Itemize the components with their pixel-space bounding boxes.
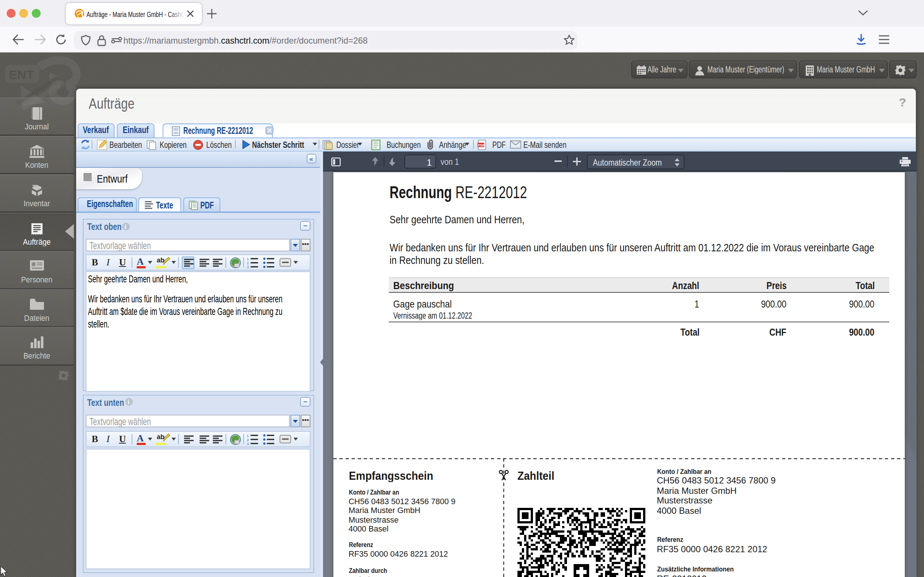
svg-text:3: 3: [247, 442, 249, 445]
svg-text:2: 2: [247, 261, 249, 265]
svg-text:1: 1: [247, 434, 249, 437]
svg-text:1: 1: [247, 257, 249, 261]
svg-text:i: i: [124, 223, 126, 230]
svg-text:3: 3: [247, 265, 249, 268]
svg-text:PDF: PDF: [478, 143, 485, 147]
svg-text:2: 2: [247, 438, 249, 442]
svg-text:i: i: [127, 398, 129, 406]
